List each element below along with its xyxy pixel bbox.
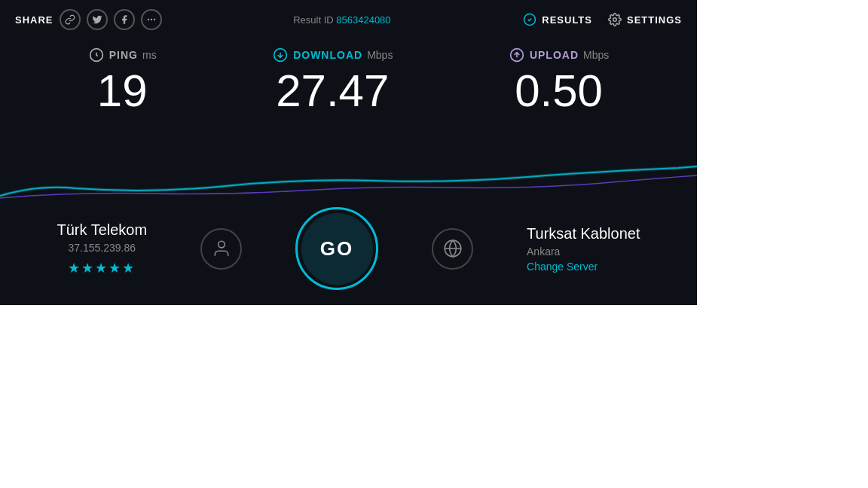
settings-label: SETTINGS [627, 14, 682, 26]
more-icon[interactable] [141, 9, 162, 30]
upload-header: UPLOAD Mbps [509, 47, 609, 63]
upload-label: UPLOAD [530, 49, 579, 61]
bottom-section: Türk Telekom 37.155.239.86 ★★★★★ GO Tur [0, 192, 697, 305]
link-icon[interactable] [60, 9, 81, 30]
download-unit: Mbps [367, 49, 393, 61]
user-icon[interactable] [200, 228, 242, 270]
ping-metric: PING ms 19 [88, 47, 157, 116]
go-button[interactable]: GO [295, 207, 378, 290]
results-label: RESULTS [542, 14, 592, 26]
settings-icon [607, 12, 622, 27]
isp-ip: 37.155.239.86 [57, 242, 147, 254]
metrics-section: PING ms 19 DOWNLOAD Mbps 27.47 [0, 39, 697, 116]
isp-info: Türk Telekom 37.155.239.86 ★★★★★ [57, 221, 147, 276]
server-globe-icon[interactable] [432, 228, 473, 270]
download-label: DOWNLOAD [293, 49, 362, 61]
ping-icon [88, 47, 105, 63]
upload-unit: Mbps [583, 49, 609, 61]
download-header: DOWNLOAD Mbps [272, 47, 393, 63]
result-section: Result ID 8563424080 [293, 14, 390, 26]
server-name: Turksat Kablonet [527, 225, 640, 242]
svg-point-4 [613, 18, 617, 22]
upload-icon [509, 47, 525, 63]
svg-point-0 [147, 19, 148, 20]
server-location: Ankara [527, 246, 640, 258]
result-id: 8563424080 [336, 14, 390, 26]
result-label: Result ID [293, 14, 333, 26]
ping-value: 19 [88, 66, 157, 116]
share-label: SHARE [15, 14, 53, 26]
isp-name: Türk Telekom [57, 221, 147, 239]
nav-section: RESULTS SETTINGS [522, 12, 682, 27]
download-metric: DOWNLOAD Mbps 27.47 [272, 47, 393, 116]
facebook-icon[interactable] [114, 9, 135, 30]
isp-stars: ★★★★★ [57, 260, 147, 276]
download-value: 27.47 [272, 66, 393, 116]
speedtest-app: SHARE [0, 0, 697, 305]
ping-label: PING [109, 49, 138, 61]
svg-point-1 [150, 19, 151, 20]
results-nav-item[interactable]: RESULTS [522, 12, 592, 27]
settings-nav-item[interactable]: SETTINGS [607, 12, 682, 27]
svg-point-10 [218, 241, 225, 248]
go-label: GO [320, 237, 353, 261]
svg-point-2 [153, 19, 154, 20]
ping-unit: ms [142, 49, 157, 61]
upload-value: 0.50 [509, 66, 609, 116]
header-bar: SHARE [0, 0, 697, 39]
bottom-white-area [0, 305, 868, 488]
upload-metric: UPLOAD Mbps 0.50 [509, 47, 609, 116]
download-icon [272, 47, 289, 63]
change-server-link[interactable]: Change Server [527, 261, 640, 273]
server-info: Turksat Kablonet Ankara Change Server [527, 225, 640, 273]
twitter-icon[interactable] [87, 9, 108, 30]
results-icon [522, 12, 537, 27]
ping-header: PING ms [88, 47, 157, 63]
share-section: SHARE [15, 9, 162, 30]
